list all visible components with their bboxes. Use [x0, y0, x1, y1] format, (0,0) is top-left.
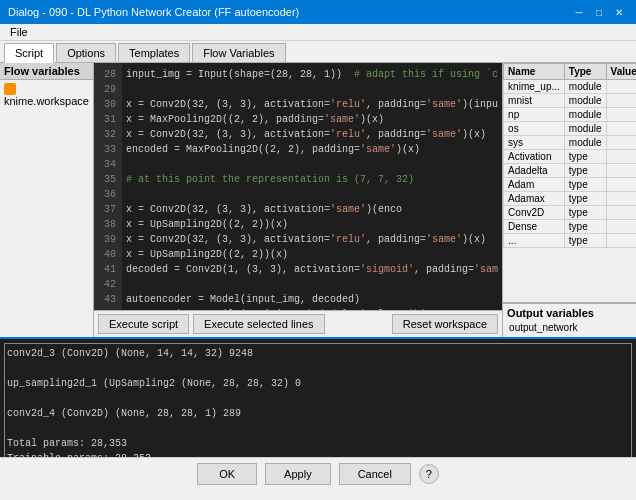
close-button[interactable]: ✕: [610, 4, 628, 20]
table-row[interactable]: knime_up...module: [504, 80, 636, 94]
flow-var-label: knime.workspace: [4, 95, 89, 107]
cell-name: sys: [504, 136, 565, 150]
window-title: Dialog - 090 - DL Python Network Creator…: [8, 6, 299, 18]
cell-type: type: [564, 164, 606, 178]
output-spacer3: [7, 421, 629, 436]
cell-value: [606, 178, 636, 192]
flow-var-knime-workspace[interactable]: knime.workspace: [0, 80, 93, 109]
cell-name: Dense: [504, 220, 565, 234]
cell-value: [606, 94, 636, 108]
execute-script-button[interactable]: Execute script: [98, 314, 189, 334]
table-row[interactable]: sysmodule: [504, 136, 636, 150]
menu-file[interactable]: File: [4, 24, 34, 40]
bottom-output: conv2d_3 (Conv2D) (None, 14, 14, 32) 924…: [0, 337, 636, 457]
help-button[interactable]: ?: [419, 464, 439, 484]
cell-value: [606, 206, 636, 220]
cell-value: [606, 164, 636, 178]
output-text-1: conv2d_3 (Conv2D) (None, 14, 14, 32) 924…: [7, 346, 629, 361]
cell-type: type: [564, 192, 606, 206]
col-type: Type: [564, 64, 606, 80]
cell-value: [606, 80, 636, 94]
output-spacer2: [7, 391, 629, 406]
output-vars-label: Output variables: [507, 307, 636, 319]
script-buttons: Execute script Execute selected lines Re…: [94, 310, 502, 337]
table-row[interactable]: npmodule: [504, 108, 636, 122]
table-row[interactable]: Densetype: [504, 220, 636, 234]
cell-value: [606, 150, 636, 164]
output-text-3: conv2d_4 (Conv2D) (None, 28, 28, 1) 289: [7, 406, 629, 421]
flow-var-icon: [4, 83, 16, 95]
tab-script[interactable]: Script: [4, 43, 54, 63]
cell-type: type: [564, 178, 606, 192]
window-controls: ─ □ ✕: [570, 4, 628, 20]
code-area[interactable]: 2829303132333435363738394041424344454647…: [94, 63, 502, 310]
cell-name: Activation: [504, 150, 565, 164]
cell-name: os: [504, 122, 565, 136]
tab-options[interactable]: Options: [56, 43, 116, 62]
menu-bar: File: [0, 24, 636, 41]
left-panel: Flow variables knime.workspace: [0, 63, 94, 337]
table-row[interactable]: mnistmodule: [504, 94, 636, 108]
ok-button[interactable]: OK: [197, 463, 257, 485]
tab-flow-variables[interactable]: Flow Variables: [192, 43, 285, 62]
code-content[interactable]: input_img = Input(shape=(28, 28, 1)) # a…: [122, 63, 502, 310]
dialog-footer: OK Apply Cancel ?: [0, 457, 636, 489]
cell-name: Conv2D: [504, 206, 565, 220]
col-value: Value: [606, 64, 636, 80]
minimize-button[interactable]: ─: [570, 4, 588, 20]
title-bar: Dialog - 090 - DL Python Network Creator…: [0, 0, 636, 24]
cell-type: type: [564, 220, 606, 234]
cell-type: type: [564, 234, 606, 248]
output-text-2: up_sampling2d_1 (UpSampling2 (None, 28, …: [7, 376, 629, 391]
cell-name: Adam: [504, 178, 565, 192]
table-row[interactable]: Adamtype: [504, 178, 636, 192]
output-spacer1: [7, 361, 629, 376]
cell-value: [606, 220, 636, 234]
cell-type: module: [564, 122, 606, 136]
output-var-network: output_network: [507, 321, 636, 334]
right-panel: Name Type Value knime_up...modulemnistmo…: [503, 63, 636, 337]
table-row[interactable]: Adamaxtype: [504, 192, 636, 206]
cell-name: mnist: [504, 94, 565, 108]
main-area: Flow variables knime.workspace 282930313…: [0, 63, 636, 337]
flow-variables-header: Flow variables: [0, 63, 93, 80]
reset-workspace-button[interactable]: Reset workspace: [392, 314, 498, 334]
cell-name: knime_up...: [504, 80, 565, 94]
cell-type: type: [564, 150, 606, 164]
output-vars-section: Output variables output_network: [503, 303, 636, 337]
table-row[interactable]: Activationtype: [504, 150, 636, 164]
execute-selected-button[interactable]: Execute selected lines: [193, 314, 324, 334]
cell-type: type: [564, 206, 606, 220]
cell-type: module: [564, 94, 606, 108]
table-row[interactable]: osmodule: [504, 122, 636, 136]
tab-templates[interactable]: Templates: [118, 43, 190, 62]
table-row[interactable]: Adadeltatype: [504, 164, 636, 178]
line-numbers: 2829303132333435363738394041424344454647…: [94, 63, 122, 310]
cancel-button[interactable]: Cancel: [339, 463, 411, 485]
cell-type: module: [564, 108, 606, 122]
output-total-params: Total params: 28,353: [7, 436, 629, 451]
cell-value: [606, 122, 636, 136]
output-trainable-params: Trainable params: 28,353: [7, 451, 629, 457]
cell-value: [606, 192, 636, 206]
table-row[interactable]: Conv2Dtype: [504, 206, 636, 220]
variables-table[interactable]: Name Type Value knime_up...modulemnistmo…: [503, 63, 636, 303]
cell-name: Adamax: [504, 192, 565, 206]
cell-name: Adadelta: [504, 164, 565, 178]
output-content: conv2d_3 (Conv2D) (None, 14, 14, 32) 924…: [0, 339, 636, 457]
cell-value: [606, 234, 636, 248]
vars-table-element: Name Type Value knime_up...modulemnistmo…: [503, 63, 636, 248]
table-row[interactable]: ...type: [504, 234, 636, 248]
tab-bar: Script Options Templates Flow Variables: [0, 41, 636, 63]
cell-value: [606, 136, 636, 150]
cell-value: [606, 108, 636, 122]
cell-type: module: [564, 136, 606, 150]
cell-name: ...: [504, 234, 565, 248]
code-panel: 2829303132333435363738394041424344454647…: [94, 63, 503, 337]
maximize-button[interactable]: □: [590, 4, 608, 20]
cell-name: np: [504, 108, 565, 122]
cell-type: module: [564, 80, 606, 94]
apply-button[interactable]: Apply: [265, 463, 331, 485]
col-name: Name: [504, 64, 565, 80]
output-line: conv2d_3 (Conv2D) (None, 14, 14, 32) 924…: [4, 343, 632, 457]
